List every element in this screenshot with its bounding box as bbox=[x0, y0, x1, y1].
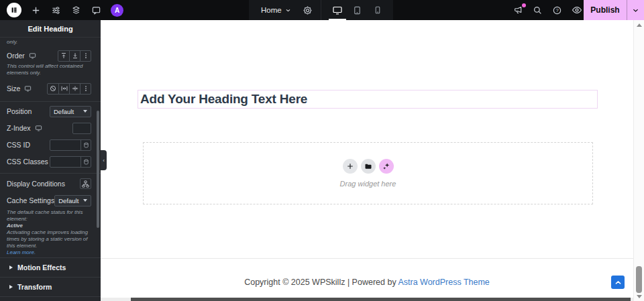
document-title: Home bbox=[261, 6, 282, 14]
svg-text:?: ? bbox=[555, 7, 558, 13]
css-id-input[interactable] bbox=[50, 140, 80, 150]
cache-settings-row: Cache Settings Default bbox=[7, 194, 91, 206]
css-classes-label: CSS Classes bbox=[7, 158, 48, 166]
order-control-row: Order bbox=[7, 50, 91, 62]
plus-icon bbox=[347, 163, 354, 170]
publish-label: Publish bbox=[590, 5, 619, 15]
responsive-monitor-icon[interactable] bbox=[35, 125, 42, 132]
chevron-down-icon bbox=[632, 7, 639, 14]
panel-title-text: Edit Heading bbox=[28, 25, 72, 33]
caret-down-icon bbox=[83, 199, 87, 202]
document-switcher[interactable]: Home bbox=[261, 6, 291, 14]
dynamic-tags-icon[interactable] bbox=[80, 157, 91, 167]
device-desktop-button[interactable] bbox=[327, 0, 347, 20]
css-classes-control-row: CSS Classes bbox=[7, 156, 91, 168]
folder-icon bbox=[364, 162, 372, 170]
whats-new-button[interactable] bbox=[513, 5, 524, 16]
panel-title: Edit Heading bbox=[0, 20, 101, 38]
theme-link[interactable]: Astra WordPress Theme bbox=[398, 278, 489, 287]
help-button[interactable]: ? bbox=[551, 5, 563, 16]
topbar-center-group: Home bbox=[249, 0, 393, 20]
css-id-control-row: CSS ID bbox=[7, 139, 91, 151]
site-settings-button[interactable] bbox=[50, 5, 62, 16]
templates-button[interactable] bbox=[361, 159, 376, 174]
order-hint-text: This control will affect contained eleme… bbox=[7, 63, 95, 76]
cache-settings-select[interactable]: Default bbox=[54, 195, 91, 206]
dropzone-buttons bbox=[343, 159, 394, 174]
structure-button[interactable] bbox=[70, 5, 82, 16]
publish-options-button[interactable] bbox=[627, 0, 644, 20]
sparkles-icon bbox=[382, 162, 390, 170]
order-custom-button[interactable] bbox=[80, 51, 91, 61]
add-widget-button[interactable] bbox=[343, 159, 358, 174]
zindex-control-row: Z-Index bbox=[7, 122, 91, 134]
css-classes-input[interactable] bbox=[50, 157, 80, 167]
cache-hint-body: Activating cache improves loading times … bbox=[7, 229, 96, 249]
vertical-scrollbar[interactable] bbox=[633, 20, 644, 301]
horizontal-scrollbar[interactable] bbox=[101, 298, 633, 301]
order-first-button[interactable] bbox=[58, 51, 69, 61]
cache-settings-value: Default bbox=[58, 197, 78, 204]
responsive-monitor-icon[interactable] bbox=[29, 52, 36, 60]
order-label: Order bbox=[7, 52, 25, 60]
zindex-label: Z-Index bbox=[7, 124, 31, 132]
panel-scrollbar-thumb[interactable] bbox=[97, 111, 99, 228]
order-last-button[interactable] bbox=[69, 51, 80, 61]
selected-heading-widget[interactable]: Add Your Heading Text Here bbox=[138, 90, 598, 109]
ban-icon bbox=[50, 85, 56, 92]
position-select[interactable]: Default bbox=[50, 106, 91, 117]
scrollbar-down-arrow[interactable] bbox=[637, 295, 642, 298]
section-motion-effects[interactable]: Motion Effects bbox=[0, 257, 101, 277]
align-start-icon bbox=[60, 52, 67, 59]
clipped-hint-text: only. bbox=[7, 39, 95, 46]
cache-hint-block: The default cache status for this elemen… bbox=[7, 209, 96, 256]
device-tablet-button[interactable] bbox=[347, 0, 368, 20]
zindex-input[interactable] bbox=[73, 123, 91, 133]
panel-collapse-handle[interactable]: ‹ bbox=[101, 150, 107, 170]
publish-button[interactable]: Publish bbox=[584, 0, 627, 20]
order-label-group: Order bbox=[7, 52, 36, 60]
heading-text[interactable]: Add Your Heading Text Here bbox=[138, 92, 307, 107]
size-grow-button[interactable] bbox=[69, 84, 80, 94]
publish-split-button: Publish bbox=[584, 0, 644, 20]
dynamic-tags-icon[interactable] bbox=[80, 140, 91, 150]
scroll-to-top-button[interactable] bbox=[611, 276, 625, 289]
cache-settings-label: Cache Settings bbox=[7, 196, 54, 204]
scrollbar-up-arrow[interactable] bbox=[637, 23, 642, 27]
add-element-button[interactable] bbox=[30, 5, 42, 16]
cache-status: Active bbox=[7, 223, 96, 229]
size-custom-button[interactable] bbox=[80, 84, 91, 94]
size-fit-button[interactable] bbox=[58, 84, 69, 94]
notes-button[interactable] bbox=[91, 5, 102, 16]
device-mobile-button[interactable] bbox=[368, 0, 388, 20]
layers-icon bbox=[71, 5, 81, 15]
ellipsis-vertical-icon bbox=[83, 52, 89, 59]
section-transform[interactable]: Transform bbox=[0, 277, 101, 297]
top-bar: A Home bbox=[0, 0, 644, 20]
elementor-logo-menu[interactable] bbox=[7, 3, 21, 17]
empty-container-dropzone[interactable]: Drag widget here bbox=[143, 142, 593, 204]
learn-more-link[interactable]: Learn more. bbox=[7, 249, 36, 255]
size-none-button[interactable] bbox=[48, 84, 58, 94]
zindex-input-wrap bbox=[72, 123, 91, 134]
preview-button[interactable] bbox=[571, 5, 582, 16]
display-conditions-button[interactable] bbox=[80, 178, 91, 189]
search-icon bbox=[533, 5, 543, 15]
horizontal-scrollbar-thumb[interactable] bbox=[131, 298, 631, 301]
chevron-left-icon: ‹ bbox=[103, 158, 105, 164]
topbar-divider bbox=[321, 0, 321, 20]
help-icon: ? bbox=[552, 5, 562, 15]
ai-button[interactable] bbox=[379, 159, 394, 174]
responsive-monitor-icon[interactable] bbox=[24, 85, 32, 93]
tablet-icon bbox=[352, 5, 362, 15]
cache-hint-intro: The default cache status for this elemen… bbox=[7, 209, 96, 223]
finder-search-button[interactable] bbox=[532, 5, 543, 16]
copyright-text: Copyright © 2025 WPSkillz | Powered by bbox=[244, 278, 398, 287]
panel-divider bbox=[0, 173, 101, 174]
user-avatar[interactable]: A bbox=[111, 4, 123, 17]
vertical-scrollbar-thumb[interactable] bbox=[636, 266, 642, 293]
size-control-row: Size bbox=[7, 82, 91, 95]
order-options-group bbox=[58, 50, 91, 62]
position-label: Position bbox=[7, 107, 32, 115]
page-settings-button[interactable] bbox=[302, 5, 313, 16]
